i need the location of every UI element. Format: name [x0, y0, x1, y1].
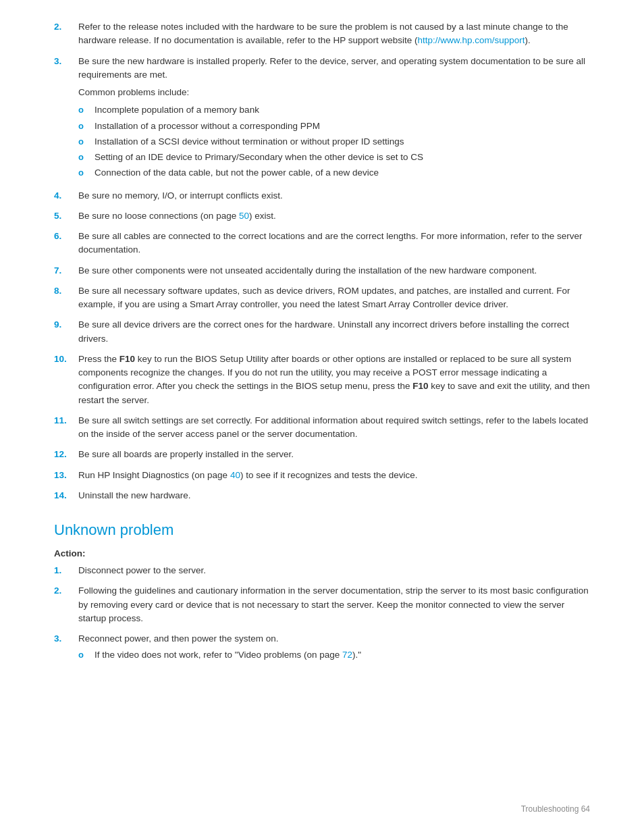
item-content-8: Be sure all necessary software updates, …	[78, 284, 590, 312]
sub-item-3: o Installation of a SCSI device without …	[78, 135, 590, 149]
item-number-4: 4.	[54, 189, 78, 203]
f10-bold-2: F10	[412, 381, 428, 391]
item-number-10: 10.	[54, 353, 78, 407]
main-list: 2. Refer to the release notes included w…	[54, 20, 590, 502]
sub-item-5: o Connection of the data cable, but not …	[78, 166, 590, 180]
page-content: 2. Refer to the release notes included w…	[0, 0, 644, 712]
action-item-3: 3. Reconnect power, and then power the s…	[54, 632, 590, 664]
action-item-2: 2. Following the guidelines and cautiona…	[54, 584, 590, 625]
item-content-4: Be sure no memory, I/O, or interrupt con…	[78, 189, 590, 203]
sub-item-text-4: Setting of an IDE device to Primary/Seco…	[95, 151, 423, 164]
sub-item-text-5: Connection of the data cable, but not th…	[95, 166, 379, 180]
common-problems-list: o Incomplete population of a memory bank…	[78, 103, 590, 180]
item-text-6: Be sure all cables are connected to the …	[78, 231, 583, 255]
action-label: Action:	[54, 548, 590, 558]
page-50-link[interactable]: 50	[239, 211, 249, 221]
page-40-link[interactable]: 40	[230, 470, 240, 480]
action-number-2: 2.	[54, 584, 78, 625]
item-text-9: Be sure all device drivers are the corre…	[78, 319, 569, 343]
item-number-2: 2.	[54, 20, 78, 48]
list-item-11: 11. Be sure all switch settings are set …	[54, 414, 590, 442]
section-title: Unknown problem	[54, 521, 590, 539]
page-footer: Troubleshooting 64	[521, 804, 590, 814]
sub-item-1: o Incomplete population of a memory bank	[78, 103, 590, 117]
item-content-11: Be sure all switch settings are set corr…	[78, 414, 590, 442]
bullet-o-1: o	[78, 103, 90, 117]
item-text-7: Be sure other components were not unseat…	[78, 265, 537, 276]
action-content-2: Following the guidelines and cautionary …	[78, 584, 590, 625]
item-number-7: 7.	[54, 264, 78, 278]
action-number-1: 1.	[54, 564, 78, 577]
list-item-13: 13. Run HP Insight Diagnostics (on page …	[54, 469, 590, 482]
bullet-o-4: o	[78, 151, 90, 164]
action-content-1: Disconnect power to the server.	[78, 564, 590, 577]
item-content-14: Uninstall the new hardware.	[78, 489, 590, 502]
bullet-o-action-1: o	[78, 648, 90, 662]
item-number-13: 13.	[54, 469, 78, 482]
item-number-12: 12.	[54, 448, 78, 461]
list-item-6: 6. Be sure all cables are connected to t…	[54, 230, 590, 257]
common-problems-label: Common problems include:	[78, 86, 590, 99]
item-content-3: Be sure the new hardware is installed pr…	[78, 55, 590, 182]
item-number-14: 14.	[54, 489, 78, 502]
item-text-14: Uninstall the new hardware.	[78, 490, 191, 500]
action-list: 1. Disconnect power to the server. 2. Fo…	[54, 564, 590, 664]
item-content-7: Be sure other components were not unseat…	[78, 264, 590, 278]
item-text-4: Be sure no memory, I/O, or interrupt con…	[78, 190, 283, 201]
item-number-9: 9.	[54, 318, 78, 346]
item-number-5: 5.	[54, 209, 78, 223]
page-72-link[interactable]: 72	[342, 650, 352, 660]
item-text-11: Be sure all switch settings are set corr…	[78, 415, 588, 439]
sub-item-text-3: Installation of a SCSI device without te…	[95, 135, 404, 149]
bullet-o-2: o	[78, 120, 90, 133]
item-text-10a: Press the	[78, 354, 119, 364]
action-text-1: Disconnect power to the server.	[78, 565, 206, 575]
item-content-6: Be sure all cables are connected to the …	[78, 230, 590, 257]
list-item-5: 5. Be sure no loose connections (on page…	[54, 209, 590, 223]
list-item-8: 8. Be sure all necessary software update…	[54, 284, 590, 312]
item-text-12: Be sure all boards are properly installe…	[78, 449, 294, 459]
item-number-6: 6.	[54, 230, 78, 257]
item-text-3a: Be sure the new hardware is installed pr…	[78, 56, 585, 80]
item-text-8: Be sure all necessary software updates, …	[78, 286, 570, 309]
item-content-9: Be sure all device drivers are the corre…	[78, 318, 590, 346]
f10-bold-1: F10	[119, 354, 135, 364]
item-content-13: Run HP Insight Diagnostics (on page 40) …	[78, 469, 590, 482]
item-number-11: 11.	[54, 414, 78, 442]
list-item-9: 9. Be sure all device drivers are the co…	[54, 318, 590, 346]
item-text-2b: ).	[525, 35, 531, 45]
list-item-12: 12. Be sure all boards are properly inst…	[54, 448, 590, 461]
action-text-2: Following the guidelines and cautionary …	[78, 585, 589, 623]
action-text-3: Reconnect power, and then power the syst…	[78, 633, 278, 644]
action-sub-item-3-1: o If the video does not work, refer to "…	[78, 648, 590, 662]
action-content-3: Reconnect power, and then power the syst…	[78, 632, 590, 664]
list-item-10: 10. Press the F10 key to run the BIOS Se…	[54, 353, 590, 407]
item-content-12: Be sure all boards are properly installe…	[78, 448, 590, 461]
sub-item-text-1: Incomplete population of a memory bank	[95, 103, 259, 117]
sub-item-4: o Setting of an IDE device to Primary/Se…	[78, 151, 590, 164]
item-text-13b: ) to see if it recognizes and tests the …	[240, 470, 418, 480]
sub-item-2: o Installation of a processor without a …	[78, 120, 590, 133]
action-sub-text-3-1: If the video does not work, refer to "Vi…	[95, 648, 361, 662]
list-item-2: 2. Refer to the release notes included w…	[54, 20, 590, 48]
item-text-13a: Run HP Insight Diagnostics (on page	[78, 470, 230, 480]
action-item-1: 1. Disconnect power to the server.	[54, 564, 590, 577]
sub-item-text-2: Installation of a processor without a co…	[95, 120, 320, 133]
hp-support-link[interactable]: http://www.hp.com/support	[418, 35, 525, 45]
action-number-3: 3.	[54, 632, 78, 664]
list-item-4: 4. Be sure no memory, I/O, or interrupt …	[54, 189, 590, 203]
action-sub-list-3: o If the video does not work, refer to "…	[78, 648, 590, 662]
list-item-14: 14. Uninstall the new hardware.	[54, 489, 590, 502]
item-number-3: 3.	[54, 55, 78, 182]
item-content-2: Refer to the release notes included with…	[78, 20, 590, 48]
bullet-o-5: o	[78, 166, 90, 180]
item-number-8: 8.	[54, 284, 78, 312]
item-text-5a: Be sure no loose connections (on page	[78, 211, 239, 221]
list-item-7: 7. Be sure other components were not uns…	[54, 264, 590, 278]
item-text-5b: ) exist.	[249, 211, 276, 221]
list-item-3: 3. Be sure the new hardware is installed…	[54, 55, 590, 182]
item-content-5: Be sure no loose connections (on page 50…	[78, 209, 590, 223]
bullet-o-3: o	[78, 135, 90, 149]
item-content-10: Press the F10 key to run the BIOS Setup …	[78, 353, 590, 407]
